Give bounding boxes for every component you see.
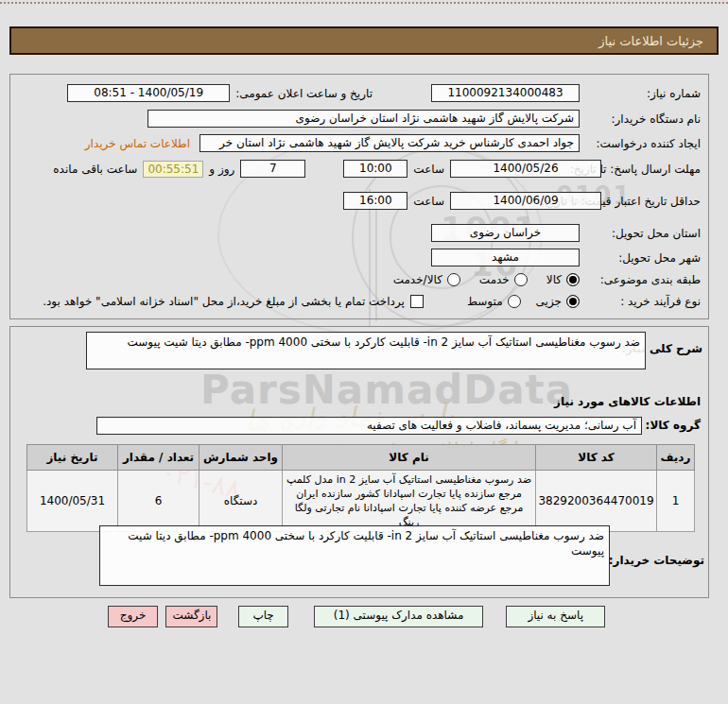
col-header-need-date: تاریخ نیاز bbox=[27, 445, 118, 471]
radio-medium[interactable] bbox=[508, 295, 521, 308]
radio-medium-label: متوسط bbox=[467, 295, 503, 308]
delivery-province-label: استان محل تحویل: bbox=[580, 227, 708, 240]
reply-deadline-hour-label: ساعت bbox=[413, 163, 444, 176]
countdown-label: ساعت باقی مانده bbox=[53, 163, 137, 176]
delivery-city-row: شهر محل تحویل: مشهد bbox=[12, 249, 708, 266]
top-dotted-divider bbox=[0, 2, 728, 4]
need-description-textarea[interactable]: ضد رسوب مغناطیسی استاتیک آب سایز 2 in- ق… bbox=[86, 332, 646, 369]
item-group-label: گروه کالا: bbox=[646, 419, 701, 432]
need-number-label: شماره نیاز: bbox=[580, 87, 708, 100]
announce-datetime-label: تاریخ و ساعت اعلان عمومی: bbox=[235, 87, 373, 100]
buyer-contact-link[interactable]: اطلاعات تماس خریدار bbox=[85, 137, 190, 150]
delivery-city-label: شهر محل تحویل: bbox=[580, 251, 708, 265]
request-creator-label: ایجاد کننده درخواست: bbox=[580, 137, 708, 150]
subject-class-label: طبقه بندی موضوعی: bbox=[580, 273, 708, 286]
treasury-docs-checkbox[interactable] bbox=[410, 295, 424, 308]
reply-deadline-time-field[interactable]: 10:00 bbox=[343, 160, 407, 178]
col-header-item-code: کد کالا bbox=[536, 445, 657, 471]
radio-minor[interactable] bbox=[566, 295, 580, 308]
cell-unit: دستگاه bbox=[199, 471, 283, 532]
buyer-org-field[interactable]: شرکت پالایش گاز شهید هاشمی نژاد استان خر… bbox=[147, 110, 580, 128]
request-creator-field[interactable]: جواد احمدی کارشناس خرید شرکت پالایش گاز … bbox=[199, 134, 580, 152]
radio-goods-label: کالا bbox=[546, 273, 562, 286]
items-table-header-row: ردیف کد کالا نام کالا واحد شمارش تعداد /… bbox=[27, 445, 695, 471]
page: { "title_bar": { "title": "جزئیات اطلاعا… bbox=[0, 0, 728, 704]
reply-deadline-date-field[interactable]: 1400/05/26 bbox=[450, 160, 601, 178]
price-validity-label: حداقل تاریخ اعتبار قیمت: تا تاریخ: bbox=[601, 195, 708, 208]
col-header-quantity: تعداد / مقدار bbox=[118, 445, 199, 471]
need-detail-groupbox: شرح کلی نیاز: ضد رسوب مغناطیسی استاتیک آ… bbox=[9, 326, 709, 598]
exit-button[interactable]: خروج bbox=[108, 606, 159, 627]
print-button[interactable]: چاپ bbox=[238, 606, 287, 627]
page-title: جزئیات اطلاعات نیاز bbox=[598, 34, 703, 48]
need-number-row: شماره نیاز: 1100092134000483 تاریخ و ساع… bbox=[12, 84, 708, 102]
reply-deadline-label: مهلت ارسال پاسخ: تا تاریخ: bbox=[601, 163, 708, 176]
radio-minor-label: جزیی bbox=[536, 295, 562, 308]
col-header-item-name: نام کالا bbox=[283, 445, 536, 471]
purchase-process-row: نوع فرآیند خرید : جزیی متوسط پرداخت تمام… bbox=[12, 295, 708, 308]
radio-service-label: خدمت bbox=[479, 273, 510, 286]
purchase-process-label: نوع فرآیند خرید : bbox=[580, 295, 708, 308]
reply-deadline-row: مهلت ارسال پاسخ: تا تاریخ: 1400/05/26 سا… bbox=[12, 160, 708, 178]
remaining-days-label: روز و bbox=[209, 163, 234, 176]
item-group-field[interactable]: آب رسانی؛ مدیریت پسماند، فاضلاب و فعالیت… bbox=[96, 417, 642, 435]
need-info-groupbox: شماره نیاز: 1100092134000483 تاریخ و ساع… bbox=[9, 74, 709, 319]
delivery-province-field[interactable]: خراسان رضوی bbox=[431, 224, 580, 242]
price-validity-date-field[interactable]: 1400/06/09 bbox=[450, 192, 601, 210]
request-creator-row: ایجاد کننده درخواست: جواد احمدی کارشناس … bbox=[12, 134, 708, 152]
items-table: ردیف کد کالا نام کالا واحد شمارش تعداد /… bbox=[26, 444, 695, 532]
reply-to-need-button[interactable]: پاسخ به نیاز bbox=[506, 606, 605, 627]
buyer-notes-label: توضیحات خریدار: bbox=[609, 554, 704, 567]
buyer-notes-textarea[interactable]: ضد رسوب مغناطیسی استاتیک آب سایز 2 in- ق… bbox=[99, 525, 610, 586]
buyer-org-row: نام دستگاه خریدار: شرکت پالایش گاز شهید … bbox=[12, 110, 708, 128]
table-row: 1 3829200364470019 ضد رسوب مغناطیسی استا… bbox=[27, 471, 695, 532]
radio-goods[interactable] bbox=[566, 273, 580, 286]
cell-row-number: 1 bbox=[657, 471, 695, 532]
price-validity-hour-label: ساعت bbox=[413, 195, 444, 208]
radio-goods-service[interactable] bbox=[447, 273, 460, 286]
announce-datetime-field[interactable]: 1400/05/19 - 08:51 bbox=[67, 84, 230, 102]
col-header-unit: واحد شمارش bbox=[199, 445, 283, 471]
cell-item-name: ضد رسوب مغناطیسی استاتیک آب سایز in 2 مد… bbox=[283, 471, 536, 532]
cell-quantity: 6 bbox=[118, 471, 199, 532]
price-validity-row: حداقل تاریخ اعتبار قیمت: تا تاریخ: 1400/… bbox=[12, 192, 708, 210]
delivery-province-row: استان محل تحویل: خراسان رضوی bbox=[12, 224, 708, 242]
action-button-bar: پاسخ به نیاز مشاهده مدارک پیوستی (1) چاپ… bbox=[108, 606, 605, 627]
countdown-timer: 00:55:51 bbox=[143, 161, 203, 178]
back-button[interactable]: بازگشت bbox=[165, 606, 217, 627]
radio-goods-service-label: کالا/خدمت bbox=[393, 273, 442, 286]
remaining-days-field[interactable]: 7 bbox=[240, 160, 305, 178]
cell-item-code: 3829200364470019 bbox=[536, 471, 657, 532]
need-number-field[interactable]: 1100092134000483 bbox=[431, 84, 580, 102]
cell-need-date: 1400/05/31 bbox=[27, 471, 118, 532]
radio-service[interactable] bbox=[514, 273, 528, 286]
items-section-heading: اطلاعات کالاهای مورد نیاز bbox=[554, 395, 701, 408]
treasury-docs-checkbox-label: پرداخت تمام یا بخشی از مبلغ خرید،از محل … bbox=[43, 295, 405, 308]
subject-class-row: طبقه بندی موضوعی: کالا خدمت کالا/خدمت bbox=[12, 273, 708, 286]
col-header-row-number: ردیف bbox=[657, 445, 695, 471]
delivery-city-field[interactable]: مشهد bbox=[431, 249, 580, 266]
price-validity-time-field[interactable]: 16:00 bbox=[343, 192, 407, 210]
window-title-bar: جزئیات اطلاعات نیاز bbox=[9, 26, 719, 55]
buyer-org-label: نام دستگاه خریدار: bbox=[580, 112, 708, 126]
view-attachments-button[interactable]: مشاهده مدارک پیوستی (1) bbox=[314, 606, 484, 627]
